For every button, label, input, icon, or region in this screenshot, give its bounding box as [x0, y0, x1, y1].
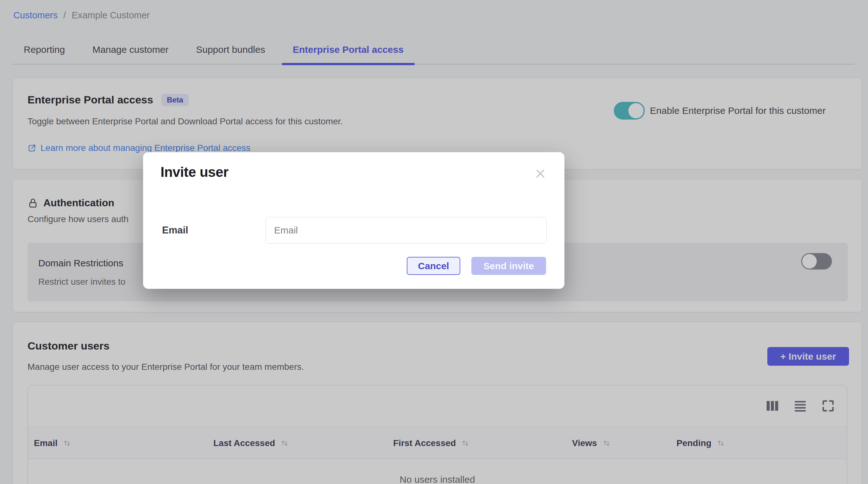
page-root: Customers / Example Customer Reporting M…	[0, 0, 868, 484]
email-input[interactable]	[266, 217, 547, 244]
close-icon	[533, 167, 547, 181]
modal-title: Invite user	[160, 164, 228, 180]
email-label: Email	[162, 217, 188, 244]
cancel-button[interactable]: Cancel	[407, 257, 460, 275]
invite-user-modal: Invite user Email Cancel Send invite	[143, 152, 564, 289]
send-invite-button[interactable]: Send invite	[471, 257, 546, 275]
modal-close-button[interactable]	[533, 167, 547, 181]
